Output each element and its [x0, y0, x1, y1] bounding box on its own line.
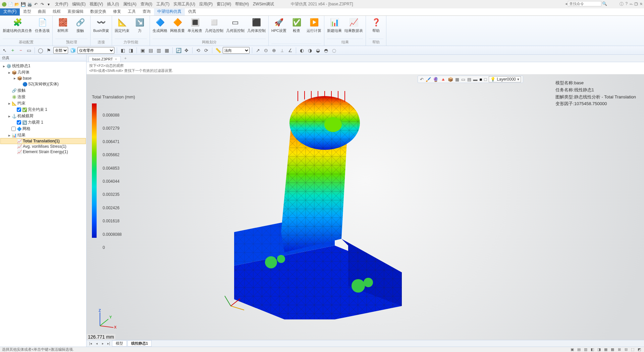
- d4-icon[interactable]: ◓: [323, 47, 329, 54]
- layer-selector[interactable]: 💡 Layer0000 ▾: [489, 76, 521, 82]
- c2-icon[interactable]: ⊙: [263, 47, 269, 54]
- t3-icon[interactable]: ▣: [139, 47, 146, 54]
- t6-icon[interactable]: ▦: [163, 47, 170, 54]
- ribbon-button[interactable]: 🧩新建结构仿真任务: [3, 17, 32, 38]
- tree-item[interactable]: 📈Element Strain Energy(1): [1, 149, 86, 155]
- sb-icon[interactable]: ▤: [576, 347, 582, 352]
- sb-icon[interactable]: ⊞: [616, 347, 622, 352]
- ribbon-button[interactable]: 🔗接触: [73, 17, 88, 38]
- c1-icon[interactable]: ↗: [255, 47, 261, 54]
- info-icon[interactable]: ⓘ: [620, 1, 624, 7]
- ribbon-tab[interactable]: 工具: [124, 8, 139, 15]
- tree-item[interactable]: ✳️连接: [1, 94, 86, 100]
- sb-icon[interactable]: ▣: [570, 347, 575, 352]
- close-tab-icon[interactable]: ×: [115, 57, 117, 61]
- tree-twisty-icon[interactable]: ▸: [13, 76, 17, 81]
- back-icon[interactable]: ⟲: [195, 47, 202, 54]
- pan-icon[interactable]: ✥: [183, 47, 190, 54]
- tree-checkbox[interactable]: [17, 107, 21, 112]
- menu-item[interactable]: 实用工具(U): [172, 1, 197, 8]
- parts-filter-dropdown[interactable]: 仅有零件: [77, 47, 114, 54]
- redo-icon[interactable]: ↷: [40, 2, 45, 7]
- more-icon[interactable]: ▾: [46, 2, 51, 7]
- print-icon[interactable]: 🖨️: [27, 2, 32, 7]
- tree-twisty-icon[interactable]: ▸: [7, 133, 11, 138]
- ribbon-tab[interactable]: 直接编辑: [64, 8, 87, 15]
- box-icon[interactable]: ▭: [25, 47, 32, 54]
- sb-icon[interactable]: ▥: [583, 347, 588, 352]
- ruler-icon[interactable]: 📏: [215, 47, 221, 54]
- tree-item[interactable]: ✅完全约束 1: [1, 106, 86, 113]
- ribbon-button[interactable]: 🧱材料库: [55, 17, 70, 38]
- menu-item[interactable]: 属性(A): [121, 1, 138, 8]
- tree-twisty-icon[interactable]: ▸: [7, 70, 11, 75]
- ribbon-button[interactable]: 🔳单元检查: [187, 17, 202, 38]
- tree-twisty-icon[interactable]: ▸: [7, 114, 11, 119]
- ribbon-button[interactable]: 📄任务选项: [35, 17, 50, 38]
- flag-icon[interactable]: ⚑: [45, 47, 52, 54]
- ribbon-button[interactable]: ↘️力: [132, 17, 147, 38]
- vp-brush-icon[interactable]: 🖌️: [426, 77, 431, 82]
- d1-icon[interactable]: ◐: [299, 47, 305, 54]
- new-doc-tab-icon[interactable]: ＋: [121, 55, 130, 62]
- ribbon-button[interactable]: 〰️Bush弹簧: [93, 17, 109, 38]
- document-tab[interactable]: base.Z3PRT ×: [89, 56, 121, 62]
- menu-item[interactable]: ZWSim调试: [251, 1, 276, 8]
- ribbon-button[interactable]: ▶️运行计算: [307, 17, 321, 43]
- tree-twisty-icon[interactable]: ▸: [2, 64, 6, 69]
- first-tab-icon[interactable]: |◂: [88, 342, 93, 345]
- fwd-icon[interactable]: ⟳: [203, 47, 210, 54]
- next-tab-icon[interactable]: ▸: [100, 342, 105, 345]
- menu-item[interactable]: 查询(I): [139, 1, 154, 8]
- tree-item[interactable]: 🔗接触: [1, 87, 86, 94]
- vp-wire-icon[interactable]: ▤: [467, 77, 471, 82]
- bottom-tab-model[interactable]: 模型: [112, 340, 127, 347]
- refresh-icon[interactable]: 🔄: [175, 47, 182, 54]
- simulation-tree[interactable]: ▸⚙️线性静态1▸📦几何体▸📦base🔵S2(灰铸铁)(实体)🔗接触✳️连接▸📐…: [0, 61, 86, 156]
- ribbon-tab[interactable]: 曲面: [35, 8, 49, 15]
- open-icon[interactable]: 📂: [14, 2, 19, 7]
- tree-item[interactable]: ▸⚓机械载荷: [1, 113, 86, 119]
- vp-undo-icon[interactable]: ↶: [420, 77, 424, 82]
- c4-icon[interactable]: ⟂: [279, 47, 285, 54]
- menu-item[interactable]: 视图(V): [88, 1, 105, 8]
- tree-checkbox[interactable]: [17, 120, 21, 125]
- vp-grid-icon[interactable]: ▦: [455, 77, 459, 82]
- ribbon-tab[interactable]: 造型: [20, 8, 35, 15]
- tree-item[interactable]: ↘️力载荷 1: [1, 119, 86, 126]
- sb-icon[interactable]: ◨: [596, 347, 602, 352]
- shape-icon[interactable]: ◯: [37, 47, 44, 54]
- ribbon-tab[interactable]: 仿真: [185, 8, 200, 15]
- ribbon-tab[interactable]: 数据交换: [87, 8, 110, 15]
- tree-twisty-icon[interactable]: ▸: [7, 101, 11, 106]
- save-icon[interactable]: 💾: [20, 2, 26, 7]
- vp-frame-icon[interactable]: ▭: [461, 77, 465, 82]
- c5-icon[interactable]: ∠: [287, 47, 293, 54]
- sb-icon[interactable]: ▦: [603, 347, 608, 352]
- vp-ball-icon[interactable]: 🔮: [433, 77, 438, 82]
- sb-icon[interactable]: ◩: [637, 347, 642, 352]
- tree-item[interactable]: 🔷网格: [1, 126, 86, 132]
- tree-item[interactable]: 📈Avg. vonMises Stress(1): [1, 144, 86, 149]
- filter-all-dropdown[interactable]: 全部: [53, 47, 68, 54]
- ribbon-button[interactable]: 📐固定约束: [115, 17, 129, 38]
- tab-file[interactable]: 文件(F): [0, 8, 20, 15]
- search-input[interactable]: [568, 1, 601, 6]
- tree-item[interactable]: ▸📊结果: [1, 132, 86, 138]
- t5-icon[interactable]: ▥: [155, 47, 162, 54]
- ribbon-tab[interactable]: 查询: [139, 8, 154, 15]
- ribbon-button[interactable]: 🔷生成网格: [153, 17, 167, 38]
- tree-checkbox[interactable]: [11, 127, 16, 131]
- new-icon[interactable]: 📄: [8, 2, 13, 7]
- tree-item[interactable]: ▸📐约束: [1, 100, 86, 106]
- ribbon-button[interactable]: ✅检查: [289, 17, 304, 43]
- search-left-icon[interactable]: ◂: [565, 1, 567, 6]
- prev-tab-icon[interactable]: ◂: [94, 342, 99, 345]
- select-icon[interactable]: ↖: [1, 47, 8, 54]
- ribbon-tab[interactable]: 线框: [49, 8, 64, 15]
- ribbon-tab[interactable]: 修复: [110, 8, 124, 15]
- add-icon[interactable]: ＋: [9, 47, 16, 54]
- menu-item[interactable]: 文件(F): [53, 1, 70, 8]
- help-icon[interactable]: ?: [626, 1, 628, 7]
- vp-blank-icon[interactable]: □: [484, 77, 487, 82]
